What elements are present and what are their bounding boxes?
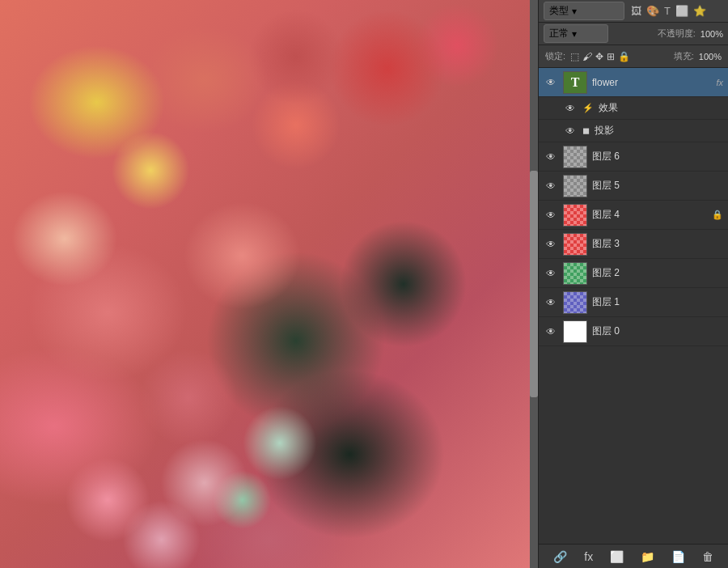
- layer2-pattern: [564, 263, 586, 284]
- shape-filter-icon[interactable]: ⬜: [675, 5, 688, 17]
- layer3-pattern: [564, 234, 586, 255]
- lock-all-icon[interactable]: 🔒: [618, 51, 630, 62]
- layer-thumb-layer4: [563, 204, 587, 227]
- lock-transparent-icon[interactable]: ⬚: [570, 51, 579, 62]
- filter-bar: 类型 ▾ 🖼 🎨 T ⬜ ⭐: [539, 0, 728, 23]
- layer-thumb-layer5: [563, 175, 587, 197]
- layer-item-layer0[interactable]: 👁 图层 0: [539, 317, 728, 346]
- layers-list[interactable]: 👁 T flower fx 👁 ⚡ 效果 👁 ◼ 投影 👁 图层 6 👁 图层: [539, 68, 728, 544]
- mode-bar: 正常 ▾ 不透明度: 100%: [539, 23, 728, 45]
- new-layer-toolbar-icon[interactable]: 📄: [671, 550, 685, 563]
- layer-name-effects: 效果: [599, 101, 723, 115]
- layer4-pattern: [564, 205, 586, 226]
- fill-label: 填充:: [674, 50, 694, 62]
- filter-dropdown-arrow: ▾: [572, 6, 577, 17]
- shadow-icon: ◼: [582, 125, 590, 136]
- layer-name-layer2: 图层 2: [592, 266, 723, 280]
- opacity-value: 100%: [700, 29, 723, 39]
- link-icon[interactable]: 🔗: [553, 550, 567, 563]
- eye-icon-layer6[interactable]: 👁: [544, 150, 558, 164]
- layer-name-layer3: 图层 3: [592, 237, 723, 251]
- layer-item-layer5[interactable]: 👁 图层 5: [539, 172, 728, 201]
- eye-icon-layer2[interactable]: 👁: [544, 266, 558, 281]
- layer-item-layer2[interactable]: 👁 图层 2: [539, 259, 728, 288]
- fill-value: 100%: [699, 52, 722, 61]
- layer-thumb-layer2: [563, 262, 587, 285]
- layer-name-layer0: 图层 0: [592, 324, 723, 338]
- layer-item-layer1[interactable]: 👁 图层 1: [539, 288, 728, 317]
- layer-sub-effects[interactable]: 👁 ⚡ 效果: [539, 97, 728, 120]
- text-filter-icon[interactable]: T: [664, 5, 671, 17]
- layer-thumb-flower: T: [563, 71, 587, 94]
- panels-area: 类型 ▾ 🖼 🎨 T ⬜ ⭐ 正常 ▾ 不透明度: 100% 锁定: ⬚ 🖌 ✥…: [538, 0, 728, 568]
- canvas-area: [0, 0, 538, 568]
- filter-icons: 🖼 🎨 T ⬜ ⭐: [631, 5, 706, 17]
- mode-label: 正常: [549, 27, 569, 40]
- opacity-label: 不透明度:: [658, 28, 696, 40]
- eye-icon-layer0[interactable]: 👁: [544, 324, 558, 339]
- layer-thumb-layer3: [563, 233, 587, 256]
- layer-thumb-layer1: [563, 291, 587, 314]
- smart-filter-icon[interactable]: ⭐: [693, 5, 706, 17]
- mask-toolbar-icon[interactable]: ⬜: [610, 550, 624, 563]
- group-toolbar-icon[interactable]: 📁: [641, 550, 654, 563]
- layer-name-layer6: 图层 6: [592, 150, 723, 163]
- layer-name-layer5: 图层 5: [592, 179, 723, 193]
- layer-name-dropshadow: 投影: [595, 124, 723, 138]
- eye-icon-layer3[interactable]: 👁: [544, 237, 558, 252]
- fx-label-flower: fx: [716, 78, 723, 87]
- layer-item-flower[interactable]: 👁 T flower fx: [539, 68, 728, 97]
- lock-move-icon[interactable]: ✥: [595, 51, 603, 62]
- eye-icon-layer4[interactable]: 👁: [544, 208, 558, 223]
- layer-name-flower: flower: [592, 77, 711, 88]
- brush-filter-icon[interactable]: 🎨: [646, 5, 659, 17]
- canvas-scrollbar[interactable]: [530, 0, 538, 568]
- filter-label: 类型: [549, 4, 569, 18]
- delete-toolbar-icon[interactable]: 🗑: [702, 550, 713, 563]
- eye-icon-layer1[interactable]: 👁: [544, 295, 558, 310]
- eye-icon-effects[interactable]: 👁: [563, 101, 578, 116]
- effects-icon: ⚡: [582, 103, 594, 113]
- canvas-scrollbar-thumb[interactable]: [530, 171, 538, 398]
- image-filter-icon[interactable]: 🖼: [631, 5, 641, 17]
- mode-dropdown-arrow: ▾: [572, 28, 577, 40]
- lock-icons: ⬚ 🖌 ✥ ⊞ 🔒: [570, 51, 630, 62]
- lock-label: 锁定:: [545, 50, 565, 62]
- mode-dropdown[interactable]: 正常 ▾: [544, 24, 608, 43]
- layer-item-layer6[interactable]: 👁 图层 6: [539, 142, 728, 172]
- layer-toolbar: 🔗 fx ⬜ 📁 📄 🗑: [539, 544, 728, 568]
- lock-artboard-icon[interactable]: ⊞: [607, 51, 615, 62]
- eye-icon-flower[interactable]: 👁: [544, 75, 558, 90]
- lock-bar: 锁定: ⬚ 🖌 ✥ ⊞ 🔒 填充: 100%: [539, 45, 728, 68]
- layer-thumb-layer0: [563, 320, 587, 343]
- layer-name-layer4: 图层 4: [592, 208, 707, 222]
- layer-name-layer1: 图层 1: [592, 295, 723, 309]
- layer-item-layer4[interactable]: 👁 图层 4 🔒: [539, 201, 728, 230]
- layer1-pattern: [564, 292, 586, 313]
- lock-icon-layer4: 🔒: [712, 210, 723, 220]
- eye-icon-dropshadow[interactable]: 👁: [563, 124, 578, 138]
- canvas-background: [0, 0, 538, 568]
- lock-brush-icon[interactable]: 🖌: [582, 51, 592, 62]
- layer-sub-dropshadow[interactable]: 👁 ◼ 投影: [539, 120, 728, 142]
- fx-toolbar-icon[interactable]: fx: [584, 550, 593, 563]
- eye-icon-layer5[interactable]: 👁: [544, 179, 558, 193]
- layer-thumb-layer6: [563, 146, 587, 168]
- filter-dropdown[interactable]: 类型 ▾: [544, 2, 624, 20]
- layer-item-layer3[interactable]: 👁 图层 3: [539, 230, 728, 259]
